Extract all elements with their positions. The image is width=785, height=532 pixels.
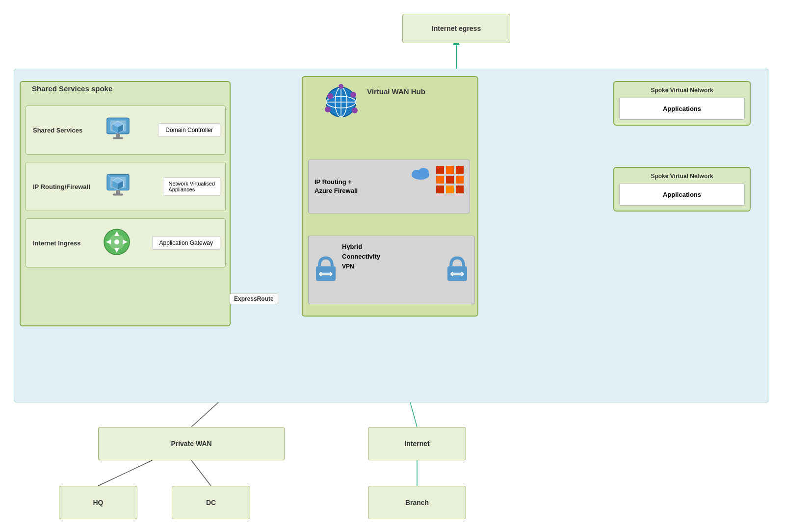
- svg-rect-53: [436, 166, 444, 174]
- computer-icon-1: [105, 116, 131, 143]
- dc-box: DC: [172, 486, 250, 519]
- domain-controller-label: Domain Controller: [165, 127, 213, 133]
- shared-services-label: Shared Services: [33, 127, 82, 134]
- spoke-vnet-1-title: Spoke Virtual Network: [619, 87, 745, 94]
- svg-point-46: [350, 92, 356, 98]
- ip-routing-azure-label: IP Routing +Azure Firewall: [314, 178, 358, 194]
- svg-text:⟺: ⟺: [318, 268, 333, 279]
- svg-rect-59: [436, 186, 444, 193]
- shared-services-spoke-title: Shared Services spoke: [32, 84, 112, 93]
- svg-rect-57: [446, 176, 454, 184]
- lock-icon-left: ⟺: [314, 256, 338, 283]
- lock-icon-right: ⟺: [445, 256, 470, 283]
- application-gateway-label: Application Gateway: [159, 239, 213, 246]
- gateway-icon: [102, 227, 131, 257]
- internet-box: Internet: [368, 427, 466, 460]
- svg-point-48: [352, 107, 358, 113]
- hybrid-connectivity-title: HybridConnectivity: [342, 243, 380, 260]
- vpn-label: VPN: [342, 263, 354, 270]
- spoke-vnet-1: Spoke Virtual Network Applications: [613, 81, 751, 126]
- svg-rect-61: [456, 186, 464, 193]
- internet-ingress-row: Internet Ingress Application Gateway: [26, 218, 226, 267]
- firewall-icon: [435, 165, 465, 194]
- spoke-vnet-1-applications-label: Applications: [663, 105, 701, 112]
- svg-point-45: [327, 93, 333, 99]
- cloud-icon: [411, 165, 430, 180]
- svg-line-14: [191, 460, 211, 486]
- spoke-vnet-2: Spoke Virtual Network Applications: [613, 167, 751, 212]
- svg-point-39: [114, 239, 119, 244]
- internet-ingress-label: Internet Ingress: [33, 239, 81, 247]
- ip-routing-firewall-label: IP Routing/Firewall: [33, 183, 90, 190]
- spoke-vnet-2-title: Spoke Virtual Network: [619, 173, 745, 180]
- branch-box: Branch: [368, 486, 466, 519]
- branch-label: Branch: [405, 499, 429, 506]
- spoke-vnet-2-applications-label: Applications: [663, 191, 701, 198]
- svg-point-52: [418, 168, 429, 177]
- svg-rect-24: [113, 137, 123, 139]
- svg-line-13: [98, 460, 152, 486]
- domain-controller-box: Domain Controller: [158, 123, 220, 137]
- hq-label: HQ: [93, 499, 104, 506]
- svg-point-49: [339, 84, 343, 89]
- network-appliances-label: Network VirtualisedAppliances: [168, 181, 215, 192]
- private-wan-box: Private WAN: [98, 427, 285, 460]
- expressroute-label: ExpressRoute: [230, 293, 278, 304]
- globe-icon: [321, 82, 361, 122]
- internet-egress-box: Internet egress: [402, 14, 510, 43]
- svg-text:⟺: ⟺: [450, 268, 464, 279]
- svg-rect-60: [446, 186, 454, 193]
- svg-rect-58: [456, 176, 464, 184]
- svg-rect-55: [456, 166, 464, 174]
- network-appliances-box: Network VirtualisedAppliances: [163, 177, 220, 196]
- application-gateway-box: Application Gateway: [152, 236, 220, 250]
- svg-rect-54: [446, 166, 454, 174]
- computer-icon-2: [105, 172, 131, 199]
- vwan-hub-title: Virtual WAN Hub: [367, 87, 425, 96]
- private-wan-label: Private WAN: [171, 440, 211, 448]
- ip-routing-box: IP Routing +Azure Firewall: [308, 160, 470, 213]
- svg-rect-23: [116, 134, 120, 138]
- internet-egress-label: Internet egress: [432, 25, 481, 32]
- svg-rect-32: [113, 194, 123, 196]
- svg-rect-31: [116, 190, 120, 194]
- hq-box: HQ: [59, 486, 137, 519]
- spoke-vnet-2-applications: Applications: [619, 184, 745, 206]
- dc-label: DC: [206, 499, 216, 506]
- hybrid-connectivity-box: ⟺ HybridConnectivity VPN ⟺: [308, 236, 475, 304]
- svg-point-47: [325, 106, 331, 112]
- shared-services-row: Shared Services Domain Controller: [26, 106, 226, 155]
- svg-rect-56: [436, 176, 444, 184]
- internet-label: Internet: [404, 440, 429, 448]
- ip-routing-firewall-row: IP Routing/Firewall Network VirtualisedA…: [26, 162, 226, 211]
- spoke-vnet-1-applications: Applications: [619, 98, 745, 120]
- diagram-container: Internet egress Shared Services spoke Sh…: [0, 0, 785, 532]
